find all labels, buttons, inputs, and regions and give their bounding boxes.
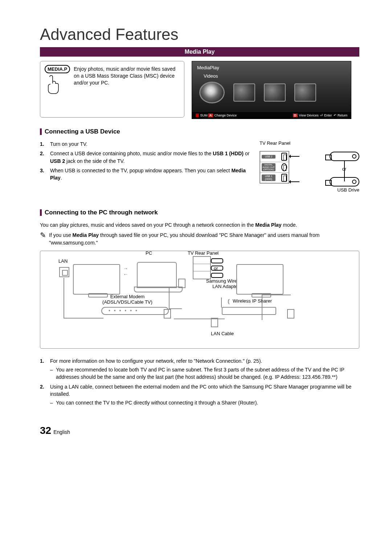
- thumb-icon: [294, 83, 316, 102]
- tv-icon: [73, 264, 120, 295]
- network-steps-list: 1. For more information on how to config…: [40, 357, 359, 407]
- plug-icon: [211, 318, 218, 327]
- tv-icon: [236, 264, 283, 295]
- arrow-icon: [290, 156, 299, 157]
- usb-drive-icon: [330, 152, 359, 161]
- note-icon: ✎: [40, 231, 46, 246]
- thumb-icon: [264, 83, 286, 102]
- screenshot-subtitle: Videos: [204, 73, 346, 79]
- or-label: or: [342, 166, 346, 172]
- arrows-icon: →←: [123, 266, 128, 277]
- list-item: 2. Connect a USB device containing photo…: [40, 150, 252, 165]
- plug-icon: [287, 309, 294, 319]
- section-usb-title: Connecting a USB Device: [45, 128, 120, 135]
- rear-ports-icon: [193, 256, 211, 279]
- section-bar-icon: [40, 209, 42, 216]
- rear-panel-diagram: TV Rear Panel USB 2 DIGITAL AUDIO OUT (O…: [260, 140, 359, 194]
- port-block: USB 2 DIGITAL AUDIO OUT (OPTICAL) USB 1 …: [260, 151, 289, 184]
- page-title: Advanced Features: [40, 25, 359, 44]
- hand-pointing-icon: [45, 75, 70, 95]
- tv-screenshot: MediaPlay Videos SUM AChange Device DVie…: [192, 61, 351, 119]
- list-item: 3. When USB is connected to the TV, popu…: [40, 167, 252, 182]
- list-item: 2. Using a LAN cable, connect between th…: [40, 383, 359, 407]
- list-item: 1. For more information on how to config…: [40, 357, 359, 381]
- arrow-icon: [290, 181, 299, 182]
- plug-icon: [164, 309, 171, 319]
- laptop-icon: [137, 262, 177, 288]
- thumb-icon: [233, 83, 255, 102]
- intro-text: Enjoy photos, music and/or movie files s…: [74, 65, 180, 86]
- page-language: English: [53, 429, 70, 435]
- network-diagram: LAN PC TV Rear Panel or Samsung Wireless…: [40, 251, 359, 349]
- page-number: 32: [40, 425, 51, 436]
- screenshot-footer: SUM AChange Device DView Devices ⏎ Enter…: [192, 112, 351, 119]
- usb-drive-icon: [330, 177, 359, 186]
- banner-media-play: Media Play: [40, 47, 359, 57]
- plug-icon: [178, 279, 185, 288]
- wireless-icon: ⦅: [228, 297, 230, 305]
- list-item: 1. Turn on your TV.: [40, 140, 252, 148]
- intro-box: MEDIA.P Enjoy photos, music and/or movie…: [40, 61, 184, 118]
- section-network-title: Connecting to the PC through network: [45, 209, 158, 216]
- media-p-button-label: MEDIA.P: [45, 65, 70, 73]
- modem-icon: [101, 307, 169, 315]
- lan-port-icon: [59, 267, 69, 277]
- film-reel-icon: [199, 82, 225, 103]
- screenshot-title: MediaPlay: [197, 65, 346, 70]
- usb-drive-caption: USB Drive: [337, 187, 359, 193]
- rear-panel-caption: TV Rear Panel: [260, 140, 359, 146]
- network-intro-para: You can play pictures, music and videos …: [40, 221, 359, 229]
- section-bar-icon: [40, 128, 42, 135]
- remote-button-illustration: MEDIA.P: [45, 65, 70, 95]
- usb-steps-list: 1. Turn on your TV. 2. Connect a USB dev…: [40, 140, 252, 181]
- note: ✎ If you use Media Play through saved fi…: [40, 231, 359, 246]
